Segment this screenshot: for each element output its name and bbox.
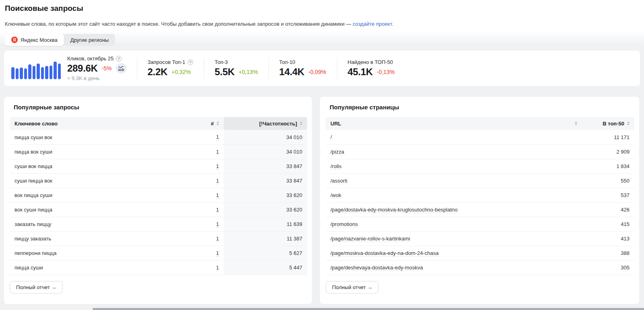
page-table-row: /wok 537 bbox=[326, 188, 634, 202]
popular-queries-title: Популярные запросы bbox=[14, 104, 302, 111]
top50-cell: 11 171 bbox=[582, 130, 634, 144]
url-link[interactable]: / bbox=[330, 134, 332, 140]
top50-cell: 305 bbox=[582, 261, 634, 275]
url-link[interactable]: /pizza bbox=[330, 149, 344, 155]
column-header-top50[interactable]: В топ-50 bbox=[582, 117, 634, 130]
queries-table-header: Ключевое слово # [!Частотность] bbox=[10, 117, 307, 130]
position-value[interactable]: 1 bbox=[216, 207, 219, 213]
metric-clicks-daily: ≈ 9.3K в день bbox=[67, 75, 126, 81]
sparkline-bar bbox=[11, 67, 14, 79]
metric-top1-value: 2.2K bbox=[148, 66, 168, 78]
url-link[interactable]: /page/moskva-dostavka-edy-na-dom-24-chas… bbox=[330, 250, 439, 257]
metric-top50: Найдено в ТОП-50 45.1K -0,13% bbox=[337, 59, 405, 78]
help-icon[interactable]: ? bbox=[188, 60, 193, 65]
sort-icon[interactable] bbox=[217, 121, 219, 125]
position-value[interactable]: 1 bbox=[216, 265, 219, 271]
sparkline-bar bbox=[16, 68, 19, 79]
top50-cell: 426 bbox=[582, 203, 634, 217]
metric-top1-label: Запросов Топ-1 bbox=[148, 59, 186, 65]
url-link[interactable]: /promotions bbox=[330, 221, 358, 228]
metric-clicks-label: Кликов, октябрь 25 bbox=[67, 55, 114, 62]
tab-other-regions-label: Другие регионы bbox=[70, 37, 109, 43]
query-table-row: суши пицца вок 1 33 847 bbox=[10, 173, 307, 188]
subtitle-text: Ключевые слова, по которым этот сайт час… bbox=[5, 21, 353, 27]
position-value[interactable]: 1 bbox=[216, 149, 219, 155]
frequency-cell: 33 847 bbox=[224, 174, 307, 188]
tab-other-regions[interactable]: Другие регионы bbox=[64, 34, 115, 46]
popular-pages-title: Популярные страницы bbox=[330, 104, 630, 111]
position-value[interactable]: 1 bbox=[216, 250, 219, 257]
url-link[interactable]: /page/dostavka-edy-moskva-kruglosutochno… bbox=[330, 207, 458, 213]
analytics-chart-icon[interactable] bbox=[116, 63, 126, 74]
url-link[interactable]: /page/nazvanie-rollov-s-kartinkami bbox=[330, 236, 410, 242]
top50-cell: 2 909 bbox=[582, 145, 634, 159]
metric-top10: Топ-10 14.4K -0,09% bbox=[269, 59, 337, 78]
sort-icon[interactable] bbox=[575, 121, 577, 125]
page-table-row: /rolls 1 834 bbox=[326, 159, 634, 173]
content-panels: Популярные запросы Ключевое слово # [!Ча… bbox=[4, 97, 639, 304]
sort-icon[interactable] bbox=[627, 121, 630, 125]
query-table-row: заказать пиццу 1 11 639 bbox=[10, 217, 307, 231]
help-icon[interactable]: ? bbox=[116, 56, 122, 62]
metric-top3-label: Топ-3 bbox=[215, 59, 228, 65]
url-link[interactable]: /assorti bbox=[330, 178, 347, 184]
full-report-button-queries[interactable]: Полный отчет → bbox=[10, 281, 63, 294]
metric-clicks-value: 289.6K bbox=[67, 63, 98, 74]
url-link[interactable]: /wok bbox=[330, 192, 341, 199]
frequency-cell: 33 620 bbox=[224, 188, 307, 202]
query-table-row: суши вок пицца 1 33 847 bbox=[10, 159, 307, 173]
metric-top10-delta: -0,09% bbox=[308, 69, 326, 75]
popular-pages-panel: Популярные страницы URL В топ-50 / 11 17… bbox=[320, 97, 639, 304]
column-header-position[interactable]: # bbox=[188, 117, 224, 130]
frequency-cell: 5 447 bbox=[224, 261, 307, 275]
sparkline-bar bbox=[33, 66, 36, 79]
clicks-sparkline-chart bbox=[11, 56, 61, 79]
keyword-cell: вок пицца суши bbox=[10, 188, 188, 202]
metric-top3-value: 5.5K bbox=[215, 66, 235, 78]
page-table-row: /page/moskva-dostavka-edy-na-dom-24-chas… bbox=[326, 246, 634, 260]
sparkline-bar bbox=[20, 68, 23, 79]
position-value[interactable]: 1 bbox=[216, 134, 219, 140]
position-value[interactable]: 1 bbox=[216, 178, 219, 184]
url-link[interactable]: /page/deshevaya-dostavka-edy-moskva bbox=[330, 265, 423, 271]
summary-stats-panel: Кликов, октябрь 25 ? 289.6K -5% ≈ 9.3K в… bbox=[4, 51, 640, 86]
metric-top3: Топ-3 5.5K +0,13% bbox=[204, 59, 268, 78]
column-header-position-label: # bbox=[211, 121, 214, 127]
page-header: Поисковые запросы Ключевые слова, по кот… bbox=[0, 0, 644, 46]
top50-cell: 550 bbox=[582, 174, 634, 188]
page-table-row: /page/dostavka-edy-moskva-kruglosutochno… bbox=[326, 202, 634, 217]
position-value[interactable]: 1 bbox=[216, 236, 219, 242]
position-value[interactable]: 1 bbox=[216, 163, 219, 170]
popular-queries-panel: Популярные запросы Ключевое слово # [!Ча… bbox=[4, 97, 312, 304]
tab-yandex-moscow[interactable]: Я Яндекс Москва bbox=[5, 34, 64, 46]
keyword-cell: пицца суши вок bbox=[10, 130, 188, 144]
url-link[interactable]: /rolls bbox=[330, 163, 341, 170]
page-table-row: /promotions 415 bbox=[326, 217, 634, 231]
frequency-cell: 34 010 bbox=[224, 130, 307, 144]
frequency-cell: 34 010 bbox=[224, 145, 307, 159]
position-value[interactable]: 1 bbox=[216, 192, 219, 199]
create-project-link[interactable]: создайте проект. bbox=[353, 21, 393, 27]
top50-cell: 413 bbox=[582, 232, 634, 246]
query-table-row: вок пицца суши 1 33 620 bbox=[10, 188, 307, 202]
sort-icon[interactable] bbox=[300, 121, 302, 125]
pages-table: URL В топ-50 / 11 171 /pizza 2 909 / bbox=[326, 117, 634, 275]
query-table-row: пицца суши вок 1 34 010 bbox=[10, 130, 307, 144]
metric-top50-delta: -0,13% bbox=[377, 69, 394, 75]
sparkline-bar bbox=[45, 66, 48, 79]
query-table-row: пепперони пицца 1 5 627 bbox=[10, 246, 307, 260]
full-report-button-pages[interactable]: Полный отчет → bbox=[326, 281, 379, 294]
sparkline-bar bbox=[58, 64, 61, 79]
position-value[interactable]: 1 bbox=[216, 221, 219, 228]
page-table-row: /pizza 2 909 bbox=[326, 144, 634, 159]
metric-top3-delta: +0,13% bbox=[239, 69, 258, 75]
column-header-url[interactable]: URL bbox=[326, 117, 582, 130]
top50-cell: 1 834 bbox=[582, 159, 634, 173]
column-header-frequency[interactable]: [!Частотность] bbox=[224, 117, 307, 130]
column-header-keyword[interactable]: Ключевое слово bbox=[10, 117, 188, 130]
horizontal-scrollbar[interactable] bbox=[93, 308, 644, 310]
metric-clicks: Кликов, октябрь 25 ? 289.6K -5% ≈ 9.3K в… bbox=[61, 55, 137, 81]
region-tabs: Я Яндекс Москва Другие регионы bbox=[5, 34, 115, 46]
query-table-row: пиццу заказать 1 11 387 bbox=[10, 231, 307, 246]
frequency-cell: 11 387 bbox=[224, 232, 307, 246]
